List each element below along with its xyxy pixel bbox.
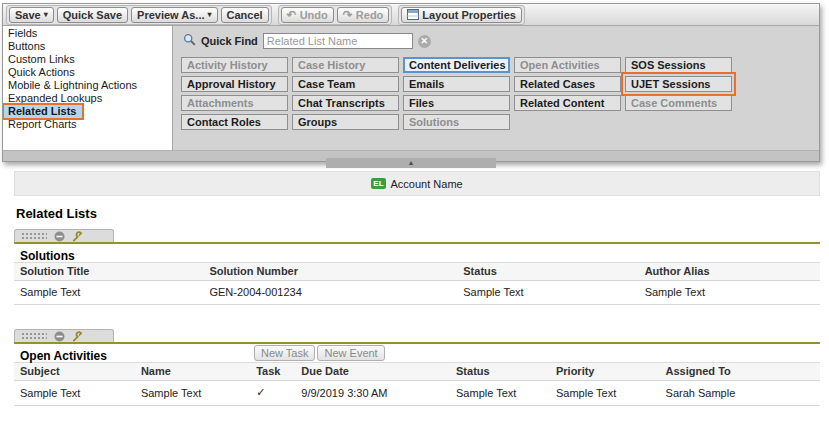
sidebar-item-expanded-lookups[interactable]: Expanded Lookups: [4, 92, 108, 105]
redo-button[interactable]: ↷ Redo: [337, 7, 390, 23]
related-lists-heading: Related Lists: [16, 206, 820, 221]
cell-assigned-to: Sarah Sample: [660, 381, 820, 406]
cell-author-alias: Sample Text: [639, 281, 820, 305]
new-event-button[interactable]: New Event: [317, 345, 384, 361]
related-list-title: Solutions: [20, 249, 75, 263]
palette-item-sos-sessions[interactable]: SOS Sessions: [625, 57, 732, 73]
related-list-section-open-activities: Open ActivitiesNew TaskNew EventSubjectN…: [14, 329, 820, 406]
drag-handle-dots: [21, 232, 47, 240]
palette-item-case-history[interactable]: Case History: [292, 57, 399, 73]
palette-item-files[interactable]: Files: [403, 95, 510, 111]
related-list-table-solutions: Solution TitleSolution NumberStatusAutho…: [14, 262, 820, 305]
column-header-subject: Subject: [14, 363, 135, 381]
column-header-task: Task: [250, 363, 295, 381]
collapse-arrow-icon: ▲: [408, 159, 415, 166]
column-header-due-date: Due Date: [295, 363, 450, 381]
sidebar-item-mobile-lightning-actions[interactable]: Mobile & Lightning Actions: [4, 79, 143, 92]
palette-categories: FieldsButtonsCustom LinksQuick ActionsMo…: [3, 26, 173, 150]
cell-name: Sample Text: [135, 381, 250, 406]
column-header-assigned-to: Assigned To: [660, 363, 820, 381]
palette-item-attachments[interactable]: Attachments: [181, 95, 288, 111]
field-label: Account Name: [391, 178, 463, 190]
redo-icon: ↷: [343, 10, 353, 20]
related-list-handle-solutions[interactable]: [14, 229, 114, 242]
cancel-button[interactable]: Cancel: [221, 7, 269, 23]
collapse-panel-button[interactable]: ▲: [326, 158, 496, 168]
sidebar-item-quick-actions[interactable]: Quick Actions: [4, 66, 81, 79]
palette-item-contact-roles[interactable]: Contact Roles: [181, 114, 288, 130]
list-properties-wrench-icon[interactable]: [72, 331, 83, 342]
palette-item-open-activities[interactable]: Open Activities: [514, 57, 621, 73]
palette-item-activity-history[interactable]: Activity History: [181, 57, 288, 73]
sidebar-item-report-charts[interactable]: Report Charts: [4, 118, 82, 131]
cell-priority: Sample Text: [550, 381, 660, 406]
undo-label: Undo: [300, 9, 328, 21]
palette-main: Quick Find ✕ Activity HistoryCase Histor…: [173, 26, 819, 150]
clear-search-icon[interactable]: ✕: [418, 35, 431, 48]
toolbar-group-main: Save ▾ Quick Save Preview As... ▾ Cancel: [6, 5, 272, 25]
save-button[interactable]: Save ▾: [9, 7, 54, 23]
layout-properties-label: Layout Properties: [422, 9, 516, 21]
column-header-priority: Priority: [550, 363, 660, 381]
column-header-status: Status: [457, 263, 638, 281]
undo-button[interactable]: ↶ Undo: [281, 7, 334, 23]
cell-task: ✓: [250, 381, 295, 406]
palette-item-ujet-sessions[interactable]: UJET Sessions: [625, 76, 732, 92]
column-header-name: Name: [135, 363, 250, 381]
palette-body: FieldsButtonsCustom LinksQuick ActionsMo…: [3, 26, 819, 150]
palette-item-content-deliveries[interactable]: Content Deliveries: [403, 57, 510, 73]
palette-item-emails[interactable]: Emails: [403, 76, 510, 92]
column-header-status: Status: [450, 363, 550, 381]
new-task-button[interactable]: New Task: [254, 345, 315, 361]
column-header-solution-title: Solution Title: [14, 263, 203, 281]
preview-as-button[interactable]: Preview As... ▾: [131, 7, 217, 23]
toolbar-group-undo-redo: ↶ Undo ↷ Redo: [278, 5, 393, 25]
related-list-header-solutions: Solutions: [14, 242, 820, 262]
table-header-row: Solution TitleSolution NumberStatusAutho…: [14, 263, 820, 281]
table-row: Sample TextGEN-2004-001234Sample TextSam…: [14, 281, 820, 305]
table-header-row: SubjectNameTaskDue DateStatusPriorityAss…: [14, 363, 820, 381]
layout-properties-button[interactable]: Layout Properties: [401, 7, 522, 23]
quick-save-button[interactable]: Quick Save: [57, 7, 128, 23]
palette-item-case-team[interactable]: Case Team: [292, 76, 399, 92]
expanded-lookup-badge: EL: [371, 178, 385, 189]
quick-find-row: Quick Find ✕: [183, 32, 811, 50]
remove-list-icon[interactable]: [54, 231, 65, 242]
undo-icon: ↶: [287, 10, 297, 20]
save-dropdown-arrow-icon[interactable]: ▾: [44, 11, 48, 19]
remove-list-icon[interactable]: [54, 331, 65, 342]
layout-canvas: EL Account Name Related Lists SolutionsS…: [14, 171, 820, 427]
related-list-header-open-activities: Open ActivitiesNew TaskNew Event: [14, 342, 820, 362]
cell-solution-title: Sample Text: [14, 281, 203, 305]
cell-subject: Sample Text: [14, 381, 135, 406]
palette-item-groups[interactable]: Groups: [292, 114, 399, 130]
sidebar-item-fields[interactable]: Fields: [4, 27, 43, 40]
field-row-account-name[interactable]: EL Account Name: [14, 171, 820, 196]
quick-find-input[interactable]: [263, 33, 413, 49]
cell-solution-number: GEN-2004-001234: [203, 281, 457, 305]
sidebar-item-buttons[interactable]: Buttons: [4, 40, 51, 53]
column-header-solution-number: Solution Number: [203, 263, 457, 281]
cell-due-date: 9/9/2019 3:30 AM: [295, 381, 450, 406]
palette-item-approval-history[interactable]: Approval History: [181, 76, 288, 92]
related-list-handle-open-activities[interactable]: [14, 329, 114, 342]
preview-as-dropdown-arrow-icon: ▾: [208, 11, 212, 19]
palette-item-related-cases[interactable]: Related Cases: [514, 76, 621, 92]
related-list-section-solutions: SolutionsSolution TitleSolution NumberSt…: [14, 229, 820, 305]
palette-item-solutions[interactable]: Solutions: [403, 114, 510, 130]
palette-item-related-content[interactable]: Related Content: [514, 95, 621, 111]
layout-properties-icon: [407, 9, 419, 20]
toolbar-group-layout-properties: Layout Properties: [398, 5, 525, 25]
sidebar-item-related-lists[interactable]: Related Lists: [4, 105, 82, 118]
palette-item-case-comments[interactable]: Case Comments: [625, 95, 732, 111]
redo-label: Redo: [356, 9, 384, 21]
related-lists-container: SolutionsSolution TitleSolution NumberSt…: [14, 229, 820, 406]
layout-editor-palette: Save ▾ Quick Save Preview As... ▾ Cancel…: [2, 3, 820, 162]
quick-find-label: Quick Find: [201, 35, 258, 47]
drag-handle-dots: [21, 332, 47, 340]
column-header-author-alias: Author Alias: [639, 263, 820, 281]
list-properties-wrench-icon[interactable]: [72, 231, 83, 242]
sidebar-item-custom-links[interactable]: Custom Links: [4, 53, 81, 66]
palette-item-chat-transcripts[interactable]: Chat Transcripts: [292, 95, 399, 111]
related-list-buttons: New TaskNew Event: [254, 345, 385, 361]
